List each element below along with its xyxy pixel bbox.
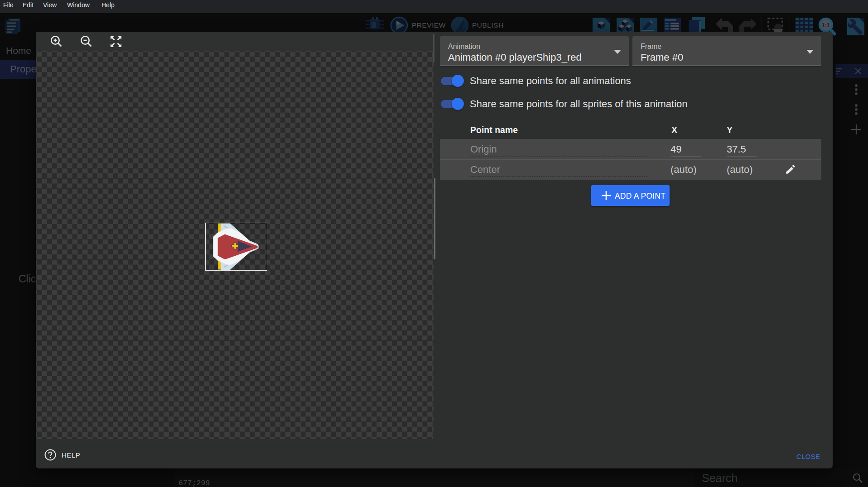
- svg-text:1:1: 1:1: [822, 22, 830, 29]
